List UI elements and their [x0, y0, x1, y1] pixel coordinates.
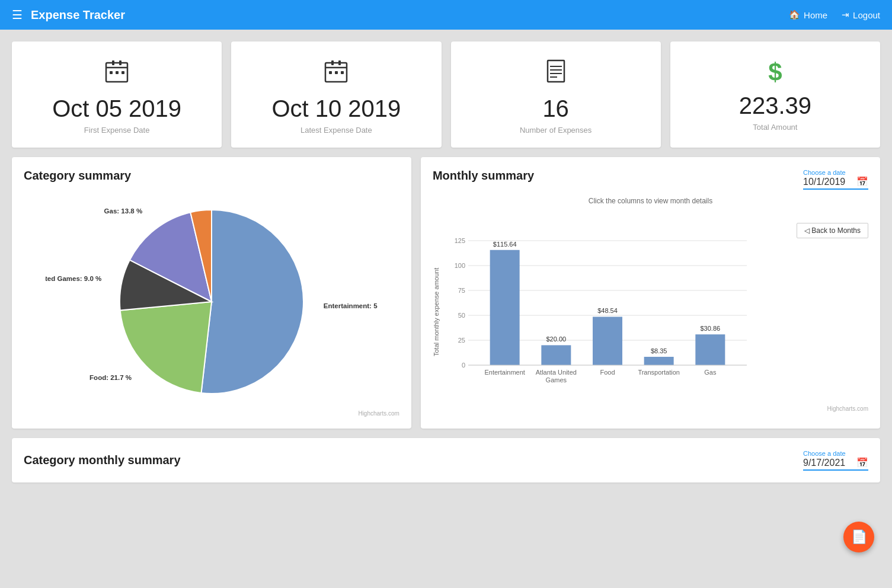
category-monthly-date-group: Choose a date 📅	[803, 450, 868, 471]
bar-0[interactable]	[490, 250, 520, 365]
monthly-date-group: Choose a date 📅	[803, 169, 868, 190]
bar-xlabel-3: Transportation	[638, 369, 680, 376]
y-label: 50	[458, 312, 465, 319]
pie-credit: Highcharts.com	[24, 410, 399, 417]
charts-row: Category summary Entertainment: 51.8 %Fo…	[0, 157, 892, 438]
calendar-icon	[323, 58, 349, 84]
bar-3[interactable]	[644, 357, 674, 365]
stat-icon	[543, 58, 569, 90]
category-monthly-date-label: Choose a date	[803, 450, 868, 457]
bar-value-3: $8.35	[651, 347, 667, 354]
pie-chart-container: Entertainment: 51.8 %Food: 21.7 %Atlanta…	[24, 192, 399, 405]
category-monthly-date-row: 📅	[803, 457, 868, 471]
stat-card-number-of-expenses: 16 Number of Expenses	[451, 41, 661, 148]
monthly-header: Monthly summary Choose a date 📅	[433, 169, 868, 192]
category-monthly-summary-card: Category monthly summary Choose a date 📅	[12, 438, 880, 482]
bar-xlabel-2: Food	[600, 369, 615, 376]
y-label: 125	[455, 237, 465, 244]
bar-chart-subtitle: Click the columns to view month details	[433, 197, 868, 205]
navbar-left: ☰ Expense Tracker	[12, 8, 125, 22]
logout-icon: ⇥	[842, 9, 849, 20]
stat-card-latest-expense-date: Oct 10 2019 Latest Expense Date	[231, 41, 441, 148]
receipt-icon	[543, 58, 569, 84]
svg-rect-6	[122, 71, 124, 74]
monthly-date-input[interactable]	[803, 177, 856, 187]
svg-rect-11	[329, 71, 332, 74]
stat-value: 16	[542, 95, 569, 122]
stat-value: Oct 10 2019	[271, 95, 401, 122]
svg-rect-12	[335, 71, 338, 74]
menu-icon[interactable]: ☰	[12, 8, 23, 22]
stat-value: 223.39	[739, 92, 811, 119]
stat-value: Oct 05 2019	[52, 95, 181, 122]
stat-label: Total Amount	[753, 123, 797, 132]
bar-4[interactable]	[695, 334, 725, 365]
bar-xlabel-4: Gas	[704, 369, 717, 376]
pie-label-1: Food: 21.7 %	[89, 374, 132, 381]
monthly-calendar-icon[interactable]: 📅	[856, 176, 868, 187]
pie-segment-0[interactable]	[201, 210, 303, 394]
pie-label-3: Gas: 13.8 %	[104, 207, 143, 215]
bar-2[interactable]	[593, 317, 622, 365]
logout-label: Logout	[853, 10, 880, 20]
svg-rect-4	[110, 71, 113, 74]
category-summary-card: Category summary Entertainment: 51.8 %Fo…	[12, 157, 411, 429]
stat-label: First Expense Date	[84, 126, 150, 135]
bar-chart-area: ◁ Back to Months Total monthly expense a…	[433, 223, 868, 401]
y-label: 75	[458, 287, 465, 294]
bar-credit: Highcharts.com	[433, 405, 868, 412]
stat-label: Latest Expense Date	[300, 126, 372, 135]
svg-rect-2	[112, 60, 114, 65]
y-label: 100	[455, 262, 465, 269]
category-monthly-calendar-icon[interactable]: 📅	[856, 457, 868, 468]
pie-chart-svg: Entertainment: 51.8 %Food: 21.7 %Atlanta…	[46, 192, 378, 405]
bar-chart-wrapper: Total monthly expense amount 02550751001…	[433, 223, 868, 401]
bar-value-1: $20.00	[546, 335, 566, 343]
bar-value-0: $115.64	[493, 241, 517, 248]
category-monthly-date-input[interactable]	[803, 458, 856, 468]
svg-rect-3	[119, 60, 122, 65]
logout-link[interactable]: ⇥ Logout	[842, 9, 880, 20]
bar-xlabel-1: Atlanta United	[536, 369, 577, 376]
home-label: Home	[804, 10, 827, 20]
svg-rect-10	[338, 60, 341, 65]
monthly-summary-card: Monthly summary Choose a date 📅 Click th…	[421, 157, 880, 429]
svg-rect-5	[116, 71, 119, 74]
y-axis-label: Total monthly expense amount	[433, 223, 440, 401]
bar-xlabel-0: Entertainment	[484, 369, 525, 376]
pie-segment-1[interactable]	[120, 302, 212, 393]
home-icon: 🏠	[789, 9, 800, 20]
dollar-icon: $	[768, 58, 782, 86]
bar-xlabel-1: Games	[545, 376, 567, 384]
svg-rect-14	[548, 60, 564, 82]
bar-1[interactable]	[541, 345, 571, 365]
svg-rect-13	[341, 71, 344, 74]
back-to-months-button[interactable]: ◁ Back to Months	[797, 223, 868, 238]
monthly-summary-title: Monthly summary	[433, 169, 534, 183]
bar-value-2: $48.54	[597, 307, 618, 314]
y-label: 25	[458, 337, 465, 344]
navbar: ☰ Expense Tracker 🏠 Home ⇥ Logout	[0, 0, 892, 30]
svg-rect-9	[331, 60, 334, 65]
pie-label-2: Atlanta United Games: 9.0 %	[46, 275, 101, 282]
bar-chart-svg: 0255075100125$115.64Entertainment$20.00A…	[445, 223, 759, 401]
y-label: 0	[462, 362, 465, 369]
stat-icon	[323, 58, 349, 90]
stat-card-total-amount: $ 223.39 Total Amount	[670, 41, 880, 148]
monthly-date-label: Choose a date	[803, 169, 868, 176]
home-link[interactable]: 🏠 Home	[789, 9, 827, 20]
calendar-icon	[104, 58, 130, 84]
category-summary-title: Category summary	[24, 169, 399, 183]
stats-row: Oct 05 2019 First Expense Date Oct 10 20…	[0, 30, 892, 157]
pie-label-0: Entertainment: 51.8 %	[324, 302, 378, 309]
monthly-date-row: 📅	[803, 176, 868, 190]
stat-label: Number of Expenses	[520, 126, 592, 135]
app-title: Expense Tracker	[31, 8, 125, 22]
navbar-right: 🏠 Home ⇥ Logout	[789, 9, 880, 20]
stat-icon	[104, 58, 130, 90]
stat-card-first-expense-date: Oct 05 2019 First Expense Date	[12, 41, 222, 148]
stat-icon: $	[768, 58, 782, 87]
category-monthly-summary-title: Category monthly summary	[24, 453, 181, 467]
bar-value-4: $30.86	[700, 325, 720, 332]
